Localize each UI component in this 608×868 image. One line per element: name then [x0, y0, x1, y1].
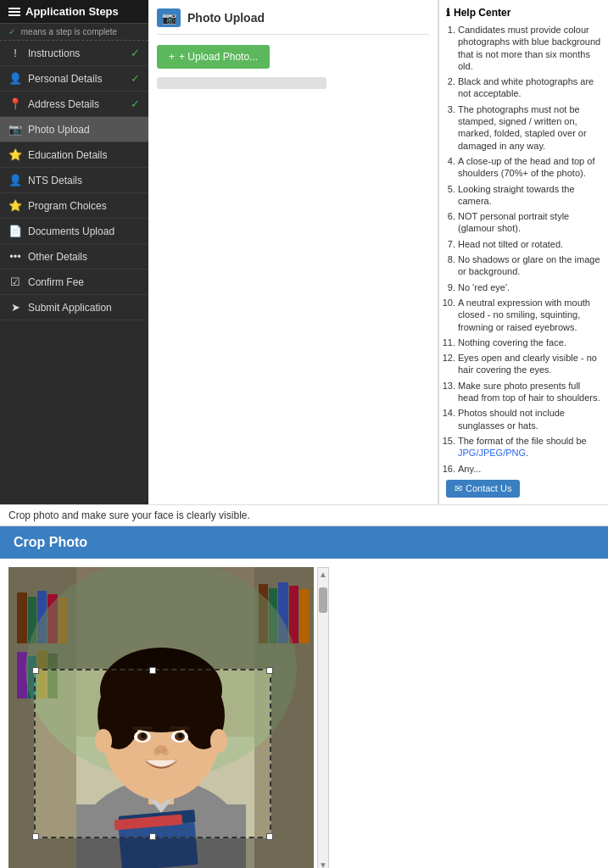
crop-overlay[interactable]	[34, 669, 271, 838]
sidebar-item-program-choices[interactable]: ⭐ Program Choices	[0, 193, 148, 219]
help-item-2: Black and white photographs are not acce…	[458, 75, 601, 100]
envelope-icon: ✉	[455, 483, 462, 494]
sidebar-label-education: Education Details	[28, 149, 107, 161]
checkbox-icon: ☑	[8, 275, 22, 288]
upload-progress-bar-container	[157, 77, 326, 89]
crop-handle-bottom-right[interactable]	[266, 833, 273, 840]
sidebar-label-photo: Photo Upload	[28, 124, 90, 136]
check-icon: ✓	[8, 27, 15, 36]
sidebar-label-address: Address Details	[28, 98, 99, 110]
svg-rect-17	[299, 589, 310, 643]
check-mark-instructions: ✓	[131, 47, 140, 59]
sidebar-label-nts: NTS Details	[28, 175, 82, 186]
help-item-11: Nothing covering the face.	[458, 337, 601, 348]
sidebar-title: Application Steps	[25, 5, 119, 18]
plus-icon: +	[169, 51, 175, 63]
sidebar-item-confirm-fee[interactable]: ☑ Confirm Fee	[0, 270, 148, 295]
info-icon: ℹ	[446, 7, 450, 19]
crop-scrollbar[interactable]: ▲ ▼	[317, 567, 329, 868]
sidebar-item-nts-details[interactable]: 👤 NTS Details	[0, 168, 148, 193]
photo-upload-title: Photo Upload	[187, 11, 265, 25]
sidebar-item-photo-upload[interactable]: 📷 Photo Upload	[0, 117, 148, 142]
sidebar-header: Application Steps	[0, 0, 148, 24]
crop-handle-bottom-middle[interactable]	[149, 833, 156, 840]
help-item-5: Looking straight towards the camera.	[458, 183, 601, 208]
photo-upload-header: 📷 Photo Upload	[157, 8, 429, 35]
sidebar-item-instructions[interactable]: ! Instructions ✓	[0, 41, 148, 66]
help-item-12: Eyes open and clearly visible - no hair …	[458, 352, 601, 376]
check-mark-personal: ✓	[131, 72, 140, 85]
help-item-13: Make sure photo presents full head from …	[458, 380, 601, 404]
location-icon: 📍	[8, 97, 22, 110]
sidebar-label-personal: Personal Details	[28, 73, 102, 85]
arrow-icon: ➤	[8, 301, 22, 314]
crop-image-container[interactable]	[8, 567, 314, 868]
help-panel: ℹ Help Center Candidates must provide co…	[438, 0, 608, 504]
contact-us-button[interactable]: ✉ Contact Us	[446, 480, 520, 498]
dots-icon: •••	[8, 250, 22, 263]
help-item-4: A close-up of the head and top of should…	[458, 155, 601, 180]
help-item-8: No shadows or glare on the image or back…	[458, 253, 601, 278]
crop-section: Crop Photo	[0, 526, 608, 868]
crop-body: ▲ ▼	[0, 559, 608, 868]
crop-header: Crop Photo	[0, 526, 608, 559]
sidebar-item-personal-details[interactable]: 👤 Personal Details ✓	[0, 66, 148, 92]
help-item-7: Head not tilted or rotated.	[458, 238, 601, 250]
sidebar-label-documents: Documents Upload	[28, 225, 114, 237]
svg-rect-16	[289, 586, 298, 643]
photo-upload-camera-icon: 📷	[157, 8, 181, 27]
crop-handle-top-left[interactable]	[32, 667, 39, 674]
help-item-15: The format of the file should be JPG/JPE…	[458, 435, 601, 459]
crop-handle-top-middle[interactable]	[149, 667, 156, 674]
help-item-3: The photographs must not be stamped, sig…	[458, 103, 601, 152]
main-content: 📷 Photo Upload + + Upload Photo... ℹ Hel…	[148, 0, 608, 504]
sidebar-label-program: Program Choices	[28, 200, 107, 212]
sidebar-label-confirm-fee: Confirm Fee	[28, 276, 84, 288]
crop-handle-top-right[interactable]	[266, 667, 273, 674]
file-format-highlight: JPG/JPEG/PNG	[458, 448, 526, 458]
upload-button-label: + Upload Photo...	[179, 51, 258, 63]
legend-text: means a step is complete	[21, 27, 117, 36]
exclamation-icon: !	[8, 47, 22, 59]
help-item-9: No 'red eye'.	[458, 281, 601, 293]
instruction-text: Crop photo and make sure your face is cl…	[8, 509, 250, 521]
help-panel-header: ℹ Help Center	[446, 7, 601, 19]
photo-upload-panel: 📷 Photo Upload + + Upload Photo...	[148, 0, 438, 504]
sidebar-item-other-details[interactable]: ••• Other Details	[0, 244, 148, 270]
sidebar-item-submit-application[interactable]: ➤ Submit Application	[0, 295, 148, 320]
instruction-bar: Crop photo and make sure your face is cl…	[0, 504, 608, 526]
scrollbar-arrow-down[interactable]: ▼	[319, 860, 327, 868]
sidebar-label-instructions: Instructions	[28, 47, 80, 59]
person-icon-nts: 👤	[8, 174, 22, 186]
sidebar: Application Steps ✓ means a step is comp…	[0, 0, 148, 504]
camera-icon: 📷	[8, 123, 22, 136]
sidebar-label-other: Other Details	[28, 251, 87, 263]
upload-photo-button[interactable]: + + Upload Photo...	[157, 45, 270, 69]
scrollbar-thumb[interactable]	[319, 587, 327, 613]
crop-handle-bottom-left[interactable]	[32, 833, 39, 840]
sidebar-label-submit: Submit Application	[28, 302, 112, 314]
sidebar-item-address-details[interactable]: 📍 Address Details ✓	[0, 92, 148, 117]
help-item-14: Photos should not include sunglasses or …	[458, 407, 601, 431]
scrollbar-arrow-up[interactable]: ▲	[319, 570, 327, 579]
help-center-list: Candidates must provide colour photograp…	[446, 24, 601, 475]
menu-icon	[8, 8, 20, 16]
star-icon-program: ⭐	[8, 199, 22, 212]
sidebar-item-education-details[interactable]: ⭐ Education Details	[0, 142, 148, 168]
help-item-10: A neutral expression with mouth closed -…	[458, 297, 601, 333]
svg-rect-8	[17, 652, 27, 698]
sidebar-item-documents-upload[interactable]: 📄 Documents Upload	[0, 219, 148, 244]
help-item-6: NOT personal portrait style (glamour sho…	[458, 210, 601, 235]
contact-us-label: Contact Us	[466, 483, 511, 493]
crop-title: Crop Photo	[14, 535, 87, 549]
sidebar-legend: ✓ means a step is complete	[0, 24, 148, 41]
help-center-title: Help Center	[454, 7, 510, 19]
person-icon: 👤	[8, 72, 22, 85]
svg-rect-3	[17, 593, 27, 643]
help-item-16: Any...	[458, 463, 601, 475]
check-mark-address: ✓	[131, 97, 140, 110]
help-item-1: Candidates must provide colour photograp…	[458, 24, 601, 72]
star-icon-education: ⭐	[8, 148, 22, 161]
document-icon: 📄	[8, 225, 22, 237]
